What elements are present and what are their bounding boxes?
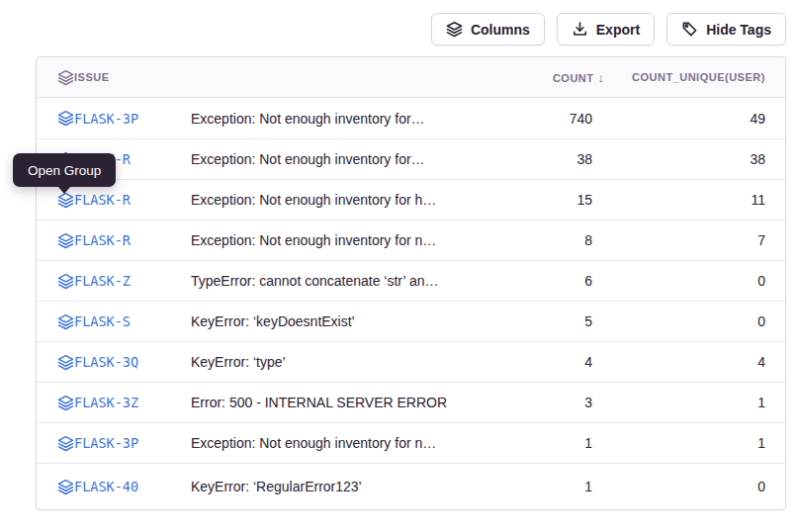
count-cell: 740 xyxy=(513,98,632,138)
issues-table-container: ISSUE COUNT↓ COUNT_UNIQUE(USER) FLASK-3P… xyxy=(36,56,786,510)
table-row: FLASK-R Exception: Not enough inventory … xyxy=(37,138,785,179)
header-count-label: COUNT xyxy=(553,72,594,84)
issue-icon-cell xyxy=(37,341,74,382)
count-unique-cell: 0 xyxy=(632,260,785,301)
export-button[interactable]: Export xyxy=(557,13,655,45)
count-cell: 15 xyxy=(513,179,632,220)
table-toolbar: Columns Export Hide Tags xyxy=(431,13,786,45)
issue-id-cell: FLASK-R xyxy=(74,220,191,260)
count-unique-cell: 49 xyxy=(632,98,785,138)
issue-title: Exception: Not enough inventory for… xyxy=(191,111,425,127)
stack-icon xyxy=(57,69,74,86)
issue-icon-cell xyxy=(37,220,74,260)
count-unique-value: 4 xyxy=(757,354,765,370)
issue-id-cell: FLASK-3P xyxy=(74,98,191,138)
open-group-tooltip: Open Group xyxy=(13,153,116,187)
open-group-stack-icon[interactable] xyxy=(57,395,74,411)
count-unique-cell: 1 xyxy=(632,422,785,463)
issue-title: Exception: Not enough inventory for n… xyxy=(191,435,436,451)
table-header: ISSUE COUNT↓ COUNT_UNIQUE(USER) xyxy=(37,57,785,98)
issue-id-link[interactable]: FLASK-R xyxy=(74,232,131,248)
open-group-stack-icon[interactable] xyxy=(57,313,74,330)
table-row: FLASK-3Q KeyError: ‘type’ 4 4 xyxy=(37,341,785,382)
hide-tags-button-label: Hide Tags xyxy=(706,22,771,38)
issue-id-cell: FLASK-S xyxy=(74,301,191,341)
header-issue-icon-cell xyxy=(37,57,74,98)
table-body: FLASK-3P Exception: Not enough inventory… xyxy=(37,98,785,509)
issue-title-cell: Exception: Not enough inventory for h… xyxy=(191,179,513,220)
issues-table: ISSUE COUNT↓ COUNT_UNIQUE(USER) FLASK-3P… xyxy=(37,57,785,509)
issue-id-link[interactable]: FLASK-3P xyxy=(74,435,138,451)
hide-tags-button[interactable]: Hide Tags xyxy=(666,13,786,45)
open-group-stack-icon[interactable] xyxy=(57,354,74,371)
issue-id-link[interactable]: FLASK-3P xyxy=(74,111,138,127)
table-row: FLASK-40 KeyError: ‘RegularError123’ 1 0 xyxy=(37,463,785,509)
count-unique-value: 0 xyxy=(757,313,765,329)
count-cell: 38 xyxy=(513,138,632,179)
count-value: 1 xyxy=(584,435,592,451)
count-unique-value: 1 xyxy=(757,395,765,410)
issue-id-cell: FLASK-3P xyxy=(74,422,191,463)
issue-id-link[interactable]: FLASK-R xyxy=(74,192,131,208)
issue-id-cell: FLASK-40 xyxy=(74,463,191,509)
page: Columns Export Hide Tags ISSUE COUNT↓ CO… xyxy=(0,0,798,532)
header-count[interactable]: COUNT↓ xyxy=(513,57,632,98)
count-value: 3 xyxy=(584,395,592,410)
count-value: 8 xyxy=(584,232,592,248)
columns-button-label: Columns xyxy=(471,22,530,38)
count-cell: 6 xyxy=(513,260,632,301)
issue-title-cell: Exception: Not enough inventory for… xyxy=(191,98,513,138)
count-unique-value: 49 xyxy=(750,111,765,127)
count-value: 5 xyxy=(584,313,592,329)
open-group-stack-icon[interactable] xyxy=(57,479,74,495)
count-unique-cell: 38 xyxy=(632,138,785,179)
count-unique-cell: 1 xyxy=(632,382,785,422)
issue-id-link[interactable]: FLASK-3Q xyxy=(74,354,138,370)
count-unique-cell: 11 xyxy=(632,179,785,220)
count-unique-value: 0 xyxy=(757,479,765,494)
table-row: FLASK-3P Exception: Not enough inventory… xyxy=(37,98,785,138)
count-cell: 4 xyxy=(513,341,632,382)
header-count-unique[interactable]: COUNT_UNIQUE(USER) xyxy=(632,57,785,98)
count-unique-cell: 7 xyxy=(632,220,785,260)
issue-title: Exception: Not enough inventory for n… xyxy=(191,232,436,248)
issue-title-cell: TypeError: cannot concatenate ‘str’ an… xyxy=(191,260,513,301)
issue-id-link[interactable]: FLASK-3Z xyxy=(74,395,138,410)
issue-id-link[interactable]: FLASK-S xyxy=(74,313,131,329)
issue-icon-cell xyxy=(37,463,74,509)
open-group-stack-icon[interactable] xyxy=(57,232,74,249)
layers-icon xyxy=(446,21,463,38)
sort-descending-icon: ↓ xyxy=(598,70,605,85)
issue-icon-cell xyxy=(37,98,74,138)
table-row: FLASK-R Exception: Not enough inventory … xyxy=(37,220,785,260)
count-unique-value: 7 xyxy=(757,232,765,248)
issue-id-cell: FLASK-3Q xyxy=(74,341,191,382)
open-group-stack-icon[interactable] xyxy=(57,273,74,290)
count-value: 1 xyxy=(584,479,592,494)
issue-title: Exception: Not enough inventory for h… xyxy=(191,192,436,208)
table-row: FLASK-S KeyError: ‘keyDoesntExist’ 5 0 xyxy=(37,301,785,341)
issue-title: Error: 500 - INTERNAL SERVER ERROR xyxy=(191,395,447,410)
issue-title-cell: KeyError: ‘RegularError123’ xyxy=(191,463,513,509)
count-unique-cell: 0 xyxy=(632,301,785,341)
header-issue[interactable]: ISSUE xyxy=(74,57,191,98)
issue-icon-cell xyxy=(37,260,74,301)
issue-title: KeyError: ‘type’ xyxy=(191,354,286,370)
count-unique-cell: 0 xyxy=(632,463,785,509)
issue-title: KeyError: ‘keyDoesntExist’ xyxy=(191,313,355,329)
issue-title-cell: Exception: Not enough inventory for n… xyxy=(191,422,513,463)
count-cell: 5 xyxy=(513,301,632,341)
columns-button[interactable]: Columns xyxy=(431,13,545,45)
count-value: 6 xyxy=(584,273,592,289)
open-group-stack-icon[interactable] xyxy=(57,110,74,127)
issue-id-cell: FLASK-3Z xyxy=(74,382,191,422)
issue-title-cell: KeyError: ‘type’ xyxy=(191,341,513,382)
issue-title: Exception: Not enough inventory for… xyxy=(191,151,425,167)
count-cell: 1 xyxy=(513,463,632,509)
open-group-stack-icon[interactable] xyxy=(57,192,74,209)
count-unique-value: 0 xyxy=(757,273,765,289)
table-row: FLASK-3P Exception: Not enough inventory… xyxy=(37,422,785,463)
issue-id-link[interactable]: FLASK-40 xyxy=(74,479,138,494)
open-group-stack-icon[interactable] xyxy=(57,435,74,452)
issue-id-link[interactable]: FLASK-Z xyxy=(74,273,131,289)
